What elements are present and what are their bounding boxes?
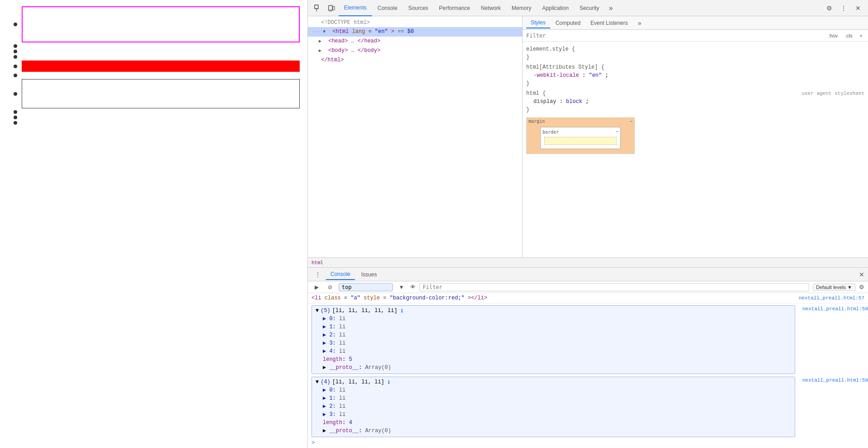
- tab-elements[interactable]: Elements: [339, 0, 372, 16]
- expand-arrow[interactable]: ▼: [316, 379, 319, 385]
- tab-sources[interactable]: Sources: [403, 0, 434, 16]
- list-item: [14, 50, 307, 53]
- css-property: -webkit-locale: [533, 72, 579, 79]
- list-item: [14, 79, 307, 108]
- tab-more-styles[interactable]: »: [633, 18, 646, 28]
- css-source: user agent stylesheet: [802, 89, 864, 98]
- tab-issues-panel[interactable]: Issues: [357, 270, 382, 280]
- array-expand-group-1[interactable]: ▼ (5) [li, li, li, li, li] ℹ ▶ 0: li ▶ 1…: [311, 305, 795, 374]
- bullet-dot: [14, 92, 17, 96]
- array-expand-header-1[interactable]: ▼ (5) [li, li, li, li, li] ℹ: [314, 307, 793, 315]
- console-settings-button[interactable]: ⚙: [859, 284, 864, 290]
- border-label: border: [542, 130, 559, 135]
- item-val: li: [339, 340, 345, 346]
- svg-rect-4: [333, 6, 335, 10]
- inspect-element-button[interactable]: [311, 2, 324, 14]
- array-item: ▶ 2: li: [323, 402, 793, 411]
- default-levels-button[interactable]: Default levels ▼: [813, 284, 855, 291]
- webpage-preview: [0, 0, 307, 448]
- close-console-button[interactable]: ✕: [859, 271, 864, 278]
- console-toolbar: ⋮ Console Issues ✕: [308, 268, 868, 281]
- ellipsis: …: [351, 47, 354, 54]
- expand-arrow[interactable]: ▶: [323, 428, 329, 434]
- expand-triangle[interactable]: ▶: [319, 47, 325, 55]
- proto-prop: __proto__: [329, 428, 359, 434]
- more-options-button[interactable]: ⋮: [837, 2, 850, 14]
- close-devtools-button[interactable]: ✕: [852, 2, 864, 14]
- body-line[interactable]: ▶ <body> … </body>: [308, 46, 522, 56]
- css-value: block: [566, 98, 582, 105]
- css-selector: html[Attributes Style] {: [526, 64, 604, 70]
- tab-console-panel[interactable]: Console: [326, 269, 355, 280]
- console-source-link[interactable]: nextall_preall.html:57: [799, 294, 864, 302]
- array-length: length: 5: [323, 355, 793, 364]
- css-selector-line: element.style {: [526, 45, 864, 53]
- styles-content: element.style { } html[Attributes Style]…: [523, 42, 868, 257]
- item-key: ▶ 4:: [323, 348, 339, 355]
- tab-security[interactable]: Security: [574, 0, 604, 16]
- array-proto: ▶ __proto__: Array(0): [323, 364, 793, 372]
- head-line[interactable]: ▶ <head> … </head>: [308, 37, 522, 46]
- info-icon: ℹ: [388, 379, 390, 385]
- clear-console-button[interactable]: ⊘: [325, 282, 335, 292]
- cls-filter-button[interactable]: .cls: [843, 32, 854, 39]
- bullet-dot: [14, 116, 17, 119]
- tab-application[interactable]: Application: [537, 0, 574, 16]
- tab-console[interactable]: Console: [372, 0, 403, 16]
- tab-styles[interactable]: Styles: [526, 18, 550, 28]
- context-dropdown-button[interactable]: ▼: [396, 282, 406, 292]
- li-close-tag: ></li>: [468, 295, 487, 301]
- console-line: <li class = "a" style = "background-colo…: [308, 293, 868, 303]
- doctype-line[interactable]: <!DOCTYPE html>: [308, 18, 522, 27]
- console-area: ⋮ Console Issues ✕ ▶ ⊘ ▼ 👁 Default level…: [308, 267, 868, 448]
- array-expand-header-2[interactable]: ▼ (4) [li, li, li, li] ℹ: [314, 378, 793, 386]
- html-close-line[interactable]: </html>: [308, 56, 522, 65]
- tab-performance[interactable]: Performance: [434, 0, 476, 16]
- console-more-options-button[interactable]: ⋮: [311, 268, 324, 281]
- expand-triangle[interactable]: ▼: [323, 28, 329, 36]
- tab-network[interactable]: Network: [476, 0, 506, 16]
- item-key: ▶ 0:: [323, 316, 339, 322]
- border-label-area: border −: [542, 129, 618, 135]
- add-style-button[interactable]: +: [858, 32, 864, 39]
- breadcrumb-html[interactable]: html: [311, 260, 324, 266]
- console-source-link-3[interactable]: nextall_preall.html:59: [802, 376, 868, 383]
- tab-event-listeners[interactable]: Event Listeners: [586, 18, 632, 28]
- more-tabs-button[interactable]: »: [604, 2, 617, 14]
- list-item: [14, 61, 307, 72]
- styles-filter-bar: :hov .cls +: [523, 30, 868, 42]
- array-length: length: 4: [323, 419, 793, 427]
- hov-filter-button[interactable]: :hov: [826, 32, 840, 39]
- array-expand-group-2[interactable]: ▼ (4) [li, li, li, li] ℹ ▶ 0: li ▶ 1: li…: [311, 377, 795, 437]
- styles-filter-input[interactable]: [526, 33, 823, 39]
- elements-panel[interactable]: <!DOCTYPE html> ··· ▼ <html lang = "en" …: [308, 16, 523, 257]
- equals: =: [368, 28, 372, 35]
- settings-button[interactable]: ⚙: [823, 2, 835, 14]
- expand-arrow[interactable]: ▶: [323, 364, 329, 371]
- tab-memory[interactable]: Memory: [506, 0, 537, 16]
- console-filter-input[interactable]: [420, 283, 809, 291]
- tab-computed[interactable]: Computed: [551, 18, 585, 28]
- bullet-dot: [14, 121, 17, 125]
- css-closing-line: }: [526, 106, 864, 114]
- bullet-dot: [14, 110, 17, 114]
- html-element-line[interactable]: ··· ▼ <html lang = "en" > == $0: [308, 27, 522, 37]
- equals: =: [344, 295, 347, 301]
- array-label: [li, li, li, li, li]: [332, 308, 397, 314]
- item-key: ▶ 0:: [323, 387, 339, 393]
- pink-box: [22, 6, 300, 42]
- expand-arrow[interactable]: ▼: [316, 308, 319, 314]
- console-source-link-2[interactable]: nextall_preall.html:58: [802, 304, 868, 312]
- css-property-line: display : block ;: [526, 98, 864, 106]
- class-attr: class: [325, 295, 341, 301]
- live-expressions-button[interactable]: 👁: [410, 284, 416, 290]
- list-item: [14, 110, 307, 114]
- run-script-button[interactable]: ▶: [311, 282, 321, 292]
- css-selector: element.style {: [526, 46, 575, 52]
- console-context-input[interactable]: [339, 283, 393, 291]
- head-tag: <head>: [328, 38, 348, 44]
- li-open-tag: <li: [311, 295, 325, 301]
- device-toggle-button[interactable]: [325, 2, 338, 14]
- proto-val: Array(0): [365, 364, 392, 371]
- expand-triangle[interactable]: ▶: [319, 37, 325, 46]
